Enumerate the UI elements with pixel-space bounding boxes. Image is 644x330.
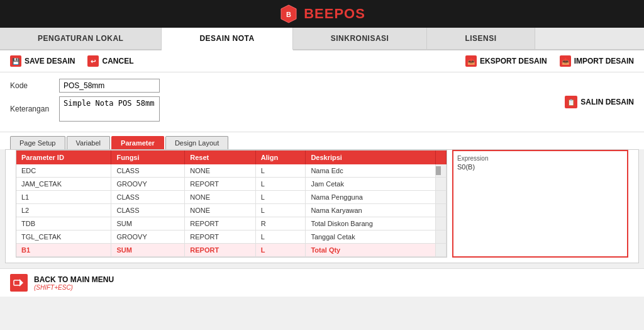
table-row[interactable]: B1SUMREPORTLTotal Qty	[16, 244, 447, 257]
tab-sinkronisasi[interactable]: SINKRONISASI	[293, 28, 428, 49]
eksport-icon: 📤	[465, 55, 477, 67]
kode-label: Kode	[10, 81, 54, 90]
form-area: Kode Keterangan 📋 SALIN DESAIN	[0, 72, 644, 132]
scroll-cell	[436, 191, 447, 204]
eksport-button[interactable]: 📤 EKSPORT DESAIN	[465, 55, 547, 67]
svg-marker-3	[19, 279, 23, 287]
cell-fungsi: CLASS	[111, 204, 185, 217]
cancel-icon: ↩	[87, 55, 99, 67]
sub-tab-parameter[interactable]: Parameter	[111, 136, 164, 149]
parameter-table: Parameter ID Fungsi Reset Align Deskrips…	[16, 151, 447, 257]
table-header-row: Parameter ID Fungsi Reset Align Deskrips…	[16, 151, 447, 164]
salin-label: SALIN DESAIN	[580, 98, 634, 106]
col-scroll	[436, 151, 447, 164]
cell-reset: REPORT	[185, 244, 255, 257]
cell-reset: REPORT	[185, 230, 255, 244]
sub-tab-page-setup[interactable]: Page Setup	[10, 136, 65, 149]
salin-desain-button[interactable]: 📋 SALIN DESAIN	[565, 96, 634, 108]
cell-align: L	[255, 230, 306, 244]
cell-id: JAM_CETAK	[16, 178, 111, 191]
cell-fungsi: GROOVY	[111, 178, 185, 191]
svg-text:B: B	[286, 11, 291, 18]
cell-align: L	[255, 204, 306, 217]
cell-fungsi: CLASS	[111, 191, 185, 204]
table-row[interactable]: L2CLASSNONELNama Karyawan	[16, 204, 447, 217]
scroll-cell	[436, 204, 447, 217]
cell-deskripsi: Total Qty	[306, 244, 436, 257]
back-shortcut: (SHIFT+ESC)	[34, 284, 114, 291]
cell-id: L1	[16, 191, 111, 204]
sub-tabs: Page Setup Variabel Parameter Design Lay…	[0, 132, 644, 149]
import-icon: 📥	[560, 55, 571, 67]
scroll-cell	[436, 217, 447, 230]
cell-deskripsi: Tanggal Cetak	[306, 230, 436, 244]
cell-align: R	[255, 217, 306, 230]
cell-id: TGL_CETAK	[16, 230, 111, 244]
cell-reset: NONE	[185, 164, 255, 178]
cell-reset: REPORT	[185, 178, 255, 191]
save-icon: 💾	[10, 55, 21, 67]
back-arrow-icon	[13, 277, 25, 288]
logo: B BEEPOS	[279, 4, 365, 24]
scroll-cell	[436, 230, 447, 244]
scroll-cell	[436, 244, 447, 257]
cell-id: L2	[16, 204, 111, 217]
tab-lisensi[interactable]: LISENSI	[427, 28, 535, 49]
cell-fungsi: CLASS	[111, 164, 185, 178]
expression-value: S0(B)	[457, 163, 623, 171]
scroll-cell	[436, 178, 447, 191]
sub-tab-variabel[interactable]: Variabel	[67, 136, 111, 149]
cell-reset: NONE	[185, 191, 255, 204]
bottom-bar: BACK TO MAIN MENU (SHIFT+ESC)	[0, 268, 644, 297]
logo-text: BEEPOS	[304, 6, 365, 22]
col-fungsi: Fungsi	[111, 151, 185, 164]
cell-id: TDB	[16, 217, 111, 230]
keterangan-input[interactable]	[59, 96, 160, 122]
expression-label: Expression	[457, 155, 623, 162]
import-button[interactable]: 📥 IMPORT DESAIN	[560, 55, 634, 67]
sub-tab-design-layout[interactable]: Design Layout	[165, 136, 228, 149]
salin-icon: 📋	[565, 96, 577, 108]
col-parameter-id: Parameter ID	[16, 151, 111, 164]
import-label: IMPORT DESAIN	[574, 57, 634, 65]
back-icon	[10, 274, 28, 292]
cell-align: L	[255, 178, 306, 191]
cell-deskripsi: Total Diskon Barang	[306, 217, 436, 230]
toolbar-right: 📤 EKSPORT DESAIN 📥 IMPORT DESAIN	[465, 55, 634, 67]
table-row[interactable]: L1CLASSNONELNama Pengguna	[16, 191, 447, 204]
back-text-group[interactable]: BACK TO MAIN MENU (SHIFT+ESC)	[34, 275, 114, 291]
expression-box: Expression S0(B)	[452, 150, 628, 258]
cell-align: L	[255, 191, 306, 204]
nav-tabs: PENGATURAN LOKAL DESAIN NOTA SINKRONISAS…	[0, 28, 644, 50]
tab-pengaturan-lokal[interactable]: PENGATURAN LOKAL	[0, 28, 162, 49]
eksport-label: EKSPORT DESAIN	[480, 57, 547, 65]
main-content: Parameter ID Fungsi Reset Align Deskrips…	[5, 149, 639, 263]
back-to-main-label: BACK TO MAIN MENU	[34, 275, 114, 284]
table-row[interactable]: EDCCLASSNONELNama Edc	[16, 164, 447, 178]
table-row[interactable]: TDBSUMREPORTRTotal Diskon Barang	[16, 217, 447, 230]
form-fields: Kode Keterangan	[10, 79, 565, 125]
svg-rect-2	[14, 280, 20, 285]
header: B BEEPOS	[0, 0, 644, 28]
col-deskripsi: Deskripsi	[306, 151, 436, 164]
scroll-cell	[436, 164, 447, 178]
cell-deskripsi: Nama Edc	[306, 164, 436, 178]
save-desain-button[interactable]: 💾 SAVE DESAIN	[10, 55, 75, 67]
kode-input[interactable]	[59, 79, 160, 93]
cell-align: L	[255, 244, 306, 257]
cell-deskripsi: Jam Cetak	[306, 178, 436, 191]
save-label: SAVE DESAIN	[25, 57, 75, 65]
cell-fungsi: SUM	[111, 217, 185, 230]
bee-logo-icon: B	[279, 4, 299, 24]
parameter-table-container: Parameter ID Fungsi Reset Align Deskrips…	[16, 150, 447, 258]
cell-reset: REPORT	[185, 217, 255, 230]
cancel-button[interactable]: ↩ CANCEL	[87, 55, 133, 67]
tab-desain-nota[interactable]: DESAIN NOTA	[162, 28, 292, 50]
cell-id: EDC	[16, 164, 111, 178]
cell-deskripsi: Nama Pengguna	[306, 191, 436, 204]
cell-fungsi: GROOVY	[111, 230, 185, 244]
table-row[interactable]: TGL_CETAKGROOVYREPORTLTanggal Cetak	[16, 230, 447, 244]
table-row[interactable]: JAM_CETAKGROOVYREPORTLJam Cetak	[16, 178, 447, 191]
cancel-label: CANCEL	[102, 57, 133, 65]
toolbar: 💾 SAVE DESAIN ↩ CANCEL 📤 EKSPORT DESAIN …	[0, 50, 644, 72]
